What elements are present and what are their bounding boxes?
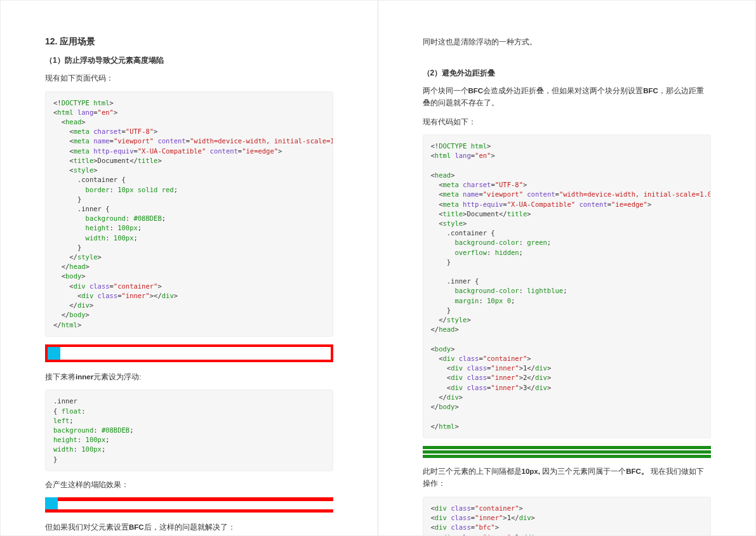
- para-l4-bold: BFC: [129, 523, 144, 531]
- para-r1: 同时这也是清除浮动的一种方式。: [423, 36, 712, 49]
- para-r4-b: 因为三个元素同属于一个: [540, 467, 626, 475]
- heading-12: 12. 应用场景: [45, 36, 333, 48]
- page-right: 同时这也是清除浮动的一种方式。 （2）避免外边距折叠 两个块同一个BFC会造成外…: [378, 1, 756, 535]
- demo-inner-square: [48, 347, 60, 360]
- demo-collapsed-top: [45, 497, 333, 501]
- para-r2-a: 两个块同一个: [423, 87, 468, 95]
- demo-collapsed-bottom: [45, 509, 333, 513]
- stripe-row: [423, 446, 712, 449]
- stripe-row: [423, 455, 712, 458]
- stripe-row: [423, 450, 712, 454]
- para-l1: 现有如下页面代码：: [45, 72, 333, 85]
- para-r4: 此时三个元素的上下间隔都是10px, 因为三个元素同属于一个BFC。 现在我们做…: [423, 466, 712, 490]
- codeblock-r2: <div class="container"> <div class="inne…: [423, 497, 712, 535]
- para-r2-b2: BFC: [643, 87, 658, 95]
- para-r4-b1: 10px,: [522, 467, 540, 475]
- document-spread: 12. 应用场景 （1）防止浮动导致父元素高度塌陷 现有如下页面代码： <!DO…: [0, 0, 756, 536]
- para-r3: 现有代码如下：: [423, 116, 712, 129]
- para-l2-prefix: 接下来将: [45, 373, 76, 381]
- para-l2-suffix: 元素设为浮动:: [93, 373, 141, 381]
- para-r2-b: 会造成外边距折叠，但如果对这两个块分别设置: [483, 87, 643, 95]
- para-l2-bold: inner: [76, 373, 93, 381]
- para-l4-prefix: 但如果我们对父元素设置: [45, 523, 129, 531]
- demo-collapsed-square: [45, 497, 58, 510]
- demo-collapsed: [45, 497, 333, 513]
- para-r2-b1: BFC: [468, 87, 484, 95]
- codeblock-l1: <!DOCTYPE html> <html lang="en"> <head> …: [45, 91, 333, 337]
- codeblock-r1: <!DOCTYPE html> <html lang="en"> <head> …: [423, 134, 712, 438]
- para-r4-b2: BFC。: [626, 467, 649, 475]
- demo-stripes: [423, 446, 712, 458]
- para-l4: 但如果我们对父元素设置BFC后，这样的问题就解决了：: [45, 521, 333, 534]
- para-l2: 接下来将inner元素设为浮动:: [45, 371, 333, 384]
- para-l3: 会产生这样的塌陷效果：: [45, 479, 333, 492]
- para-r4-a: 此时三个元素的上下间隔都是: [423, 467, 522, 475]
- page-left: 12. 应用场景 （1）防止浮动导致父元素高度塌陷 现有如下页面代码： <!DO…: [1, 1, 378, 535]
- subheading-1: （1）防止浮动导致父元素高度塌陷: [45, 55, 333, 66]
- demo-box-bordered: [45, 344, 333, 362]
- codeblock-l2: .inner { float: left; background: #08BDE…: [45, 389, 333, 471]
- subheading-2: （2）避免外边距折叠: [423, 68, 712, 79]
- para-r2: 两个块同一个BFC会造成外边距折叠，但如果对这两个块分别设置BFC，那么边距重叠…: [423, 85, 712, 110]
- para-l4-suffix: 后，这样的问题就解决了：: [144, 523, 235, 531]
